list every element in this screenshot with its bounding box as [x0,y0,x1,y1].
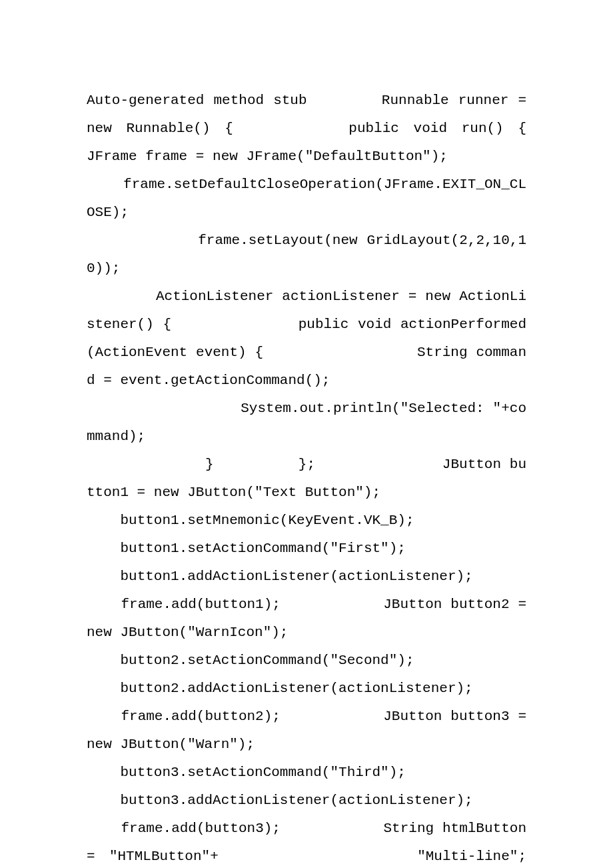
code-line: button2.setActionCommand("Second"); [87,653,414,668]
code-line: frame.setLayout(new GridLayout(2,2,10,10… [87,233,526,276]
code-line: button1.setActionCommand("First"); [87,541,406,556]
code-line: frame.setDefaultCloseOperation(JFrame.EX… [87,177,526,220]
code-line: button1.setMnemonic(KeyEvent.VK_B); [87,513,414,528]
code-line: button1.addActionListener(actionListener… [87,569,473,584]
code-line: frame.add(button2); JButton button3 = ne… [87,709,535,752]
code-content: Auto-generated method stub Runnable runn… [87,87,526,868]
code-line: System.out.println("Selected: "+command)… [87,401,526,444]
code-line: button2.addActionListener(actionListener… [87,681,473,696]
code-line: } }; JButton button1 = new JButton("Text… [87,457,526,500]
code-line: button3.addActionListener(actionListener… [87,793,473,808]
document-page: Auto-generated method stub Runnable runn… [0,0,613,868]
code-line: Auto-generated method stub Runnable runn… [87,93,613,164]
code-line: button3.setActionCommand("Third"); [87,765,406,780]
code-line: frame.add(button1); JButton button2 = ne… [87,597,535,640]
code-line: ActionListener actionListener = new Acti… [87,289,526,388]
code-line: frame.add(button3); String htmlButton = … [87,821,613,868]
